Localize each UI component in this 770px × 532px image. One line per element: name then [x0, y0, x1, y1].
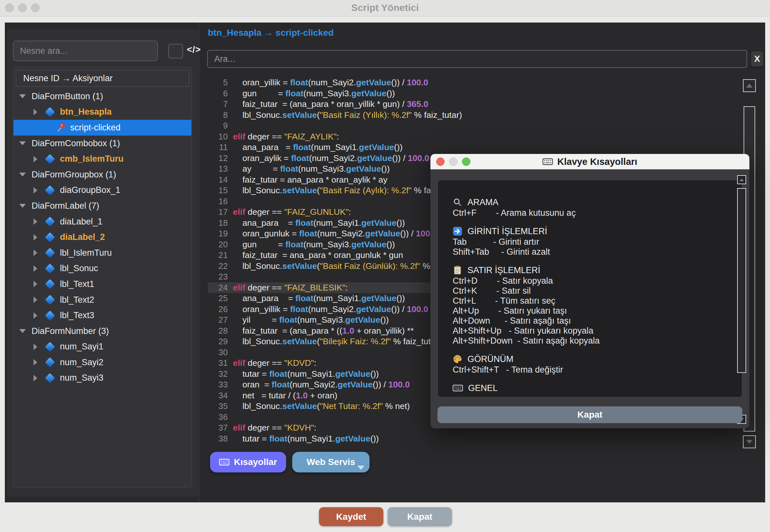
diamond-icon	[45, 263, 55, 273]
shortcuts-button[interactable]: Kısayollar	[210, 452, 286, 472]
shortcut-section-title: ARAMA	[468, 197, 499, 207]
code-text: lbl_Sonuc.setValue("Basit Faiz (Aylık): …	[233, 185, 462, 195]
line-number: 10	[208, 132, 233, 142]
code-view-toggle[interactable]: </>	[187, 44, 201, 55]
tree-header: Nesne ID → Aksiyonlar	[16, 70, 189, 87]
line-number: 24	[208, 283, 233, 293]
line-number: 18	[208, 218, 233, 228]
tree-item-diaLabel_1[interactable]: diaLabel_1	[14, 214, 191, 230]
breadcrumb: btn_Hesapla → script-clicked	[208, 28, 334, 38]
tree-item-diaGroupBox_1[interactable]: diaGroupBox_1	[14, 183, 191, 198]
modal-close-button[interactable]: Kapat	[438, 406, 742, 423]
code-text: faiz_tutar = ana_para * oran_gunluk * gu…	[233, 250, 403, 260]
modal-scrollbar-thumb[interactable]	[737, 188, 746, 373]
tree-item-DiaFormButton-1[interactable]: DiaFormButton (1)	[14, 89, 191, 104]
tree-item-DiaFormGroupbox-1[interactable]: DiaFormGroupbox (1)	[14, 167, 191, 183]
tree-item-cmb_IslemTuru[interactable]: cmb_IslemTuru	[14, 151, 191, 167]
modal-titlebar: Klavye Kısayolları	[431, 154, 749, 169]
tree-item-num_Sayi1[interactable]: num_Sayi1	[14, 339, 191, 355]
line-number: 7	[208, 99, 233, 109]
keyboard-icon	[219, 459, 229, 466]
tree-item-num_Sayi3[interactable]: num_Sayi3	[14, 370, 191, 386]
shortcut-section: GİRİNTİ İŞLEMLERİTab - Girinti artırShif…	[453, 225, 742, 257]
code-text: elif deger == "KDVD":	[233, 358, 316, 368]
tree-item-lbl_Text3[interactable]: lbl_Text3	[14, 308, 191, 323]
window-title: Script Yönetici	[0, 2, 770, 13]
chevron-right-icon	[33, 281, 37, 287]
tree-item-lbl_IslemTuru[interactable]: lbl_IslemTuru	[14, 245, 191, 261]
filter-checkbox[interactable]	[168, 44, 183, 59]
pin-icon	[56, 122, 66, 133]
diamond-icon	[45, 295, 55, 305]
code-line-7[interactable]: 7 faiz_tutar = (ana_para * oran_yillik *…	[208, 99, 739, 110]
triangle-up-icon	[739, 178, 744, 181]
object-search-input[interactable]	[13, 41, 158, 61]
code-text: elif deger == "FAIZ_BILESIK":	[233, 283, 347, 293]
code-text: yil = float(num_Sayi3.getValue())	[233, 315, 389, 325]
diamond-icon	[45, 154, 55, 164]
tree-item-label: num_Sayi1	[60, 342, 103, 352]
chevron-right-icon	[33, 109, 37, 115]
line-number: 34	[208, 391, 233, 401]
save-button[interactable]: Kaydet	[319, 507, 383, 526]
tree-item-lbl_Text2[interactable]: lbl_Text2	[14, 292, 191, 308]
close-search-button[interactable]: X	[751, 51, 764, 67]
diamond-icon	[45, 342, 55, 352]
shortcut-row: Shift+Tab - Girinti azalt	[453, 247, 742, 257]
tree-item-label: num_Sayi2	[60, 357, 103, 367]
scroll-up-button[interactable]	[743, 79, 756, 92]
code-line-11[interactable]: 11 ana_para = float(num_Sayi1.getValue()…	[208, 142, 739, 153]
search-icon	[453, 197, 462, 207]
web-service-button[interactable]: Web Servis	[292, 452, 369, 472]
code-text: tutar = float(num_Sayi1.getValue())	[233, 434, 379, 444]
line-number: 11	[208, 142, 233, 152]
shortcut-section: ARAMACtrl+F - Arama kutusunu aç	[453, 196, 742, 218]
code-line-9[interactable]: 9	[208, 120, 739, 131]
chevron-down-icon	[19, 141, 26, 145]
scroll-down-button[interactable]	[743, 435, 756, 448]
tree-item-label: cmb_IslemTuru	[60, 154, 124, 164]
code-line-38[interactable]: 38 tutar = float(num_Sayi1.getValue())	[208, 433, 739, 444]
shortcut-section: SATIR İŞLEMLERİCtrl+D - Satır kopyalaCtr…	[453, 264, 742, 346]
tree-item-lbl_Text1[interactable]: lbl_Text1	[14, 276, 191, 292]
code-line-6[interactable]: 6 gun = float(num_Sayi3.getValue())	[208, 88, 739, 99]
code-search-input[interactable]	[207, 50, 747, 68]
diamond-icon	[45, 310, 55, 320]
line-number: 30	[208, 347, 233, 357]
code-text: ana_para = float(num_Sayi1.getValue())	[233, 218, 405, 228]
code-line-10[interactable]: 10elif deger == "FAIZ_AYLIK":	[208, 131, 739, 142]
line-number: 37	[208, 423, 233, 433]
line-number: 15	[208, 185, 233, 195]
line-number: 25	[208, 293, 233, 303]
chevron-right-icon	[33, 218, 37, 225]
chevron-right-icon	[33, 250, 37, 256]
tree-item-label: lbl_IslemTuru	[60, 248, 112, 258]
modal-scroll-up-button[interactable]	[737, 175, 746, 184]
code-line-5[interactable]: 5 oran_yillik = float(num_Sayi2.getValue…	[208, 77, 739, 88]
close-button[interactable]: Kapat	[388, 507, 452, 526]
tree-item-label: lbl_Text3	[60, 310, 94, 320]
code-text: gun = float(num_Sayi3.getValue())	[233, 89, 395, 99]
line-number: 13	[208, 164, 233, 174]
code-line-8[interactable]: 8 lbl_Sonuc.setValue("Basit Faiz (Yıllık…	[208, 110, 739, 121]
tree-item-DiaFormLabel-7[interactable]: DiaFormLabel (7)	[14, 198, 191, 214]
tree-item-diaLabel_2[interactable]: diaLabel_2	[14, 229, 191, 245]
shortcuts-list: ARAMACtrl+F - Arama kutusunu açGİRİNTİ İ…	[438, 180, 742, 397]
indent-icon	[453, 226, 462, 236]
modal-body: ARAMACtrl+F - Arama kutusunu açGİRİNTİ İ…	[431, 169, 749, 428]
shortcut-row: Ctrl+D - Satır kopyala	[453, 276, 742, 286]
diamond-icon	[45, 107, 55, 117]
shortcuts-modal: Klavye Kısayolları ARAMACtrl+F - Arama k…	[431, 154, 749, 428]
tree-item-btn_Hesapla[interactable]: btn_Hesapla	[14, 104, 191, 120]
sidebar-divider	[198, 23, 199, 502]
tree-item-lbl_Sonuc[interactable]: lbl_Sonuc	[14, 261, 191, 277]
tree-item-DiaFormNumber-3[interactable]: DiaFormNumber (3)	[14, 323, 191, 339]
shortcut-section-header: ARAMA	[453, 196, 742, 208]
chevron-right-icon	[33, 312, 37, 319]
chevron-right-icon	[33, 344, 37, 350]
tree-item-label: DiaFormLabel (7)	[32, 201, 99, 211]
diamond-icon	[45, 216, 55, 226]
tree-item-DiaFormCombobox-1[interactable]: DiaFormCombobox (1)	[14, 136, 191, 151]
tree-item-num_Sayi2[interactable]: num_Sayi2	[14, 355, 191, 370]
tree-item-script-clicked[interactable]: script-clicked	[14, 120, 191, 136]
